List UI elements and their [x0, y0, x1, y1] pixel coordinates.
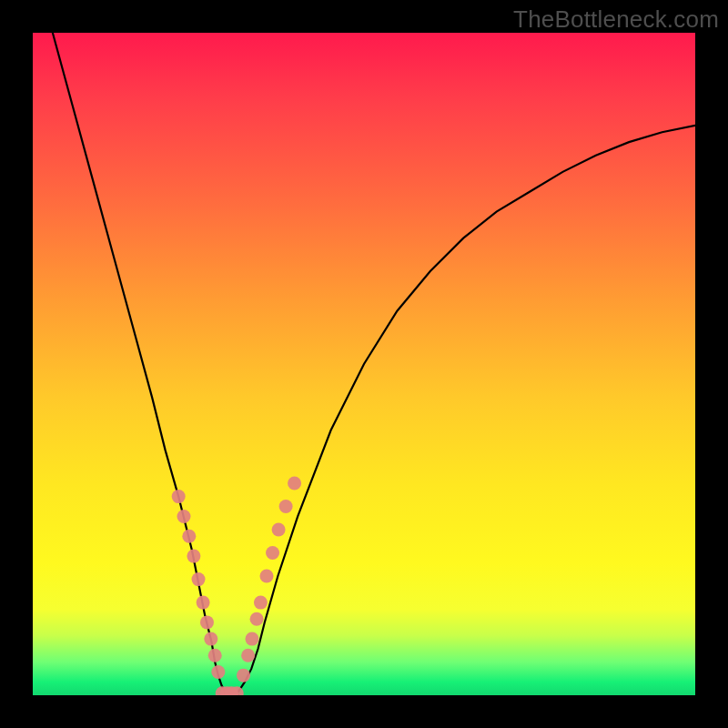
chart-svg	[33, 33, 695, 695]
marker-right	[279, 500, 293, 513]
marker-right	[245, 632, 258, 646]
marker-left	[192, 572, 206, 586]
marker-left	[200, 615, 214, 629]
chart-frame: TheBottleneck.com	[0, 0, 728, 728]
marker-right	[254, 596, 268, 610]
marker-right	[288, 477, 301, 490]
marker-left	[182, 530, 196, 543]
plot-area	[33, 33, 695, 695]
marker-right	[250, 612, 264, 626]
marker-left	[187, 550, 200, 563]
marker-right	[241, 649, 255, 662]
marker-left	[177, 510, 190, 523]
marker-right	[237, 669, 250, 682]
marker-right	[272, 523, 286, 537]
marker-right	[259, 569, 273, 582]
marker-left	[197, 596, 210, 610]
marker-left	[211, 665, 225, 679]
curve-left	[53, 33, 225, 692]
marker-left	[204, 632, 217, 646]
watermark-text: TheBottleneck.com	[513, 5, 719, 34]
curve-right	[238, 126, 695, 692]
marker-right	[266, 546, 279, 560]
marker-left	[208, 649, 222, 662]
marker-left	[172, 490, 186, 503]
